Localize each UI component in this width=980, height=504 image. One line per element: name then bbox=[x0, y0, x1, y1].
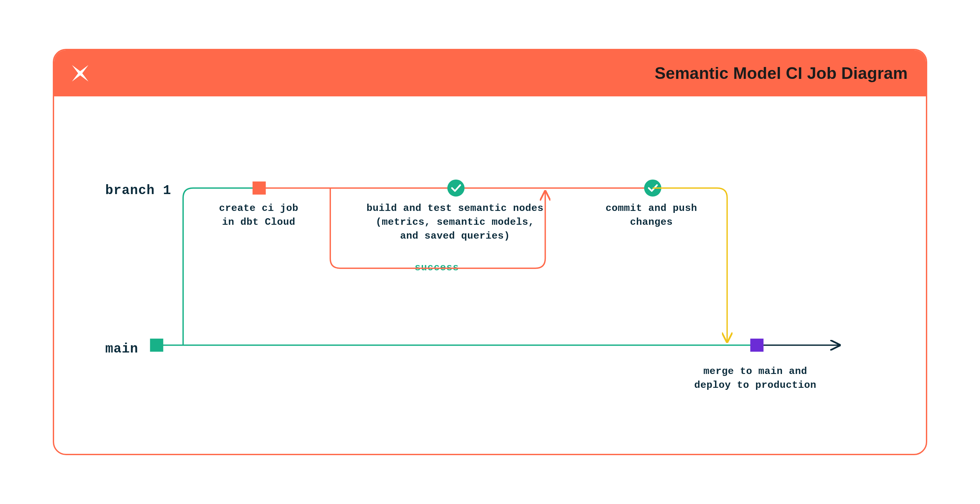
main-start-marker bbox=[150, 339, 163, 352]
merge-down-path bbox=[653, 188, 727, 342]
branch-off-path bbox=[183, 188, 259, 345]
card-header: Semantic Model CI Job Diagram bbox=[54, 50, 926, 96]
dbt-logo-icon bbox=[67, 61, 93, 86]
diagram-area: branch 1 main create ci job in dbt Cloud… bbox=[54, 96, 926, 454]
svg-point-0 bbox=[447, 180, 465, 197]
diagram-card: Semantic Model CI Job Diagram branch 1 m… bbox=[53, 49, 927, 455]
merge-marker bbox=[750, 339, 764, 352]
create-ci-marker bbox=[253, 182, 266, 195]
check-icon-build bbox=[447, 180, 465, 197]
header-title: Semantic Model CI Job Diagram bbox=[655, 64, 908, 83]
success-loop bbox=[330, 188, 545, 268]
